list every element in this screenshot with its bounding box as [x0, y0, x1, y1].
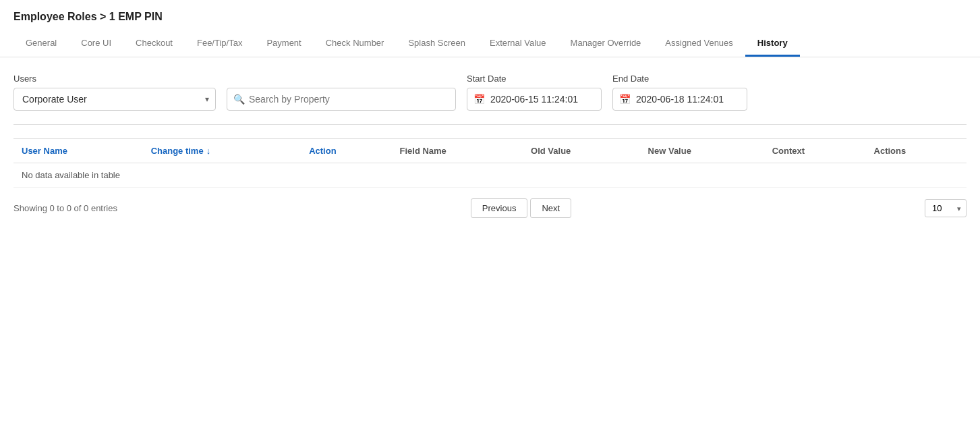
start-date-wrapper: 📅	[467, 88, 602, 111]
users-label: Users	[13, 74, 216, 84]
search-wrapper: 🔍	[227, 88, 456, 111]
previous-button[interactable]: Previous	[471, 198, 528, 218]
start-date-label: Start Date	[467, 74, 602, 84]
filter-divider	[13, 124, 967, 125]
content-area: Users Corporate UserAll Users ▾ 🔍 Start …	[0, 57, 980, 234]
end-date-calendar-icon: 📅	[619, 94, 631, 105]
tab-fee-tip-tax[interactable]: Fee/Tip/Tax	[185, 31, 254, 57]
end-date-filter-group: End Date 📅	[612, 74, 747, 111]
tab-assigned-venues[interactable]: Assigned Venues	[653, 31, 745, 57]
tab-payment[interactable]: Payment	[254, 31, 313, 57]
th-actions: Actions	[866, 139, 967, 163]
tab-splash-screen[interactable]: Splash Screen	[396, 31, 478, 57]
table-header-row: User NameChange time↓ActionField NameOld…	[13, 139, 967, 163]
end-date-label: End Date	[612, 74, 747, 84]
th-user-name[interactable]: User Name	[13, 139, 143, 163]
tab-general[interactable]: General	[13, 31, 69, 57]
table-head: User NameChange time↓ActionField NameOld…	[13, 139, 967, 163]
th-action[interactable]: Action	[301, 139, 391, 163]
tab-core-ui[interactable]: Core UI	[69, 31, 123, 57]
no-data-row: No data available in table	[13, 163, 967, 188]
history-table: User NameChange time↓ActionField NameOld…	[13, 138, 967, 188]
start-date-calendar-icon: 📅	[473, 94, 485, 105]
page-header: Employee Roles > 1 EMP PIN GeneralCore U…	[0, 0, 980, 57]
th-context: Context	[764, 139, 866, 163]
users-select[interactable]: Corporate UserAll Users	[13, 88, 216, 111]
pagination: Previous Next	[471, 198, 571, 218]
tab-checkout[interactable]: Checkout	[123, 31, 185, 57]
tab-check-number[interactable]: Check Number	[314, 31, 397, 57]
page-size-select[interactable]: 102550100	[925, 199, 967, 217]
sort-arrow-icon: ↓	[206, 146, 211, 156]
start-date-filter-group: Start Date 📅	[467, 74, 602, 111]
next-button[interactable]: Next	[530, 198, 571, 218]
th-old-value: Old Value	[523, 139, 640, 163]
no-data-cell: No data available in table	[13, 163, 967, 188]
search-icon: 🔍	[233, 94, 245, 105]
page-size-wrapper: 102550100 ▾	[925, 199, 967, 217]
end-date-wrapper: 📅	[612, 88, 747, 111]
th-field-name: Field Name	[391, 139, 523, 163]
tab-manager-override[interactable]: Manager Override	[558, 31, 654, 57]
tab-external-value[interactable]: External Value	[478, 31, 558, 57]
th-new-value: New Value	[640, 139, 764, 163]
users-filter-group: Users Corporate UserAll Users ▾	[13, 74, 216, 111]
table-footer: Showing 0 to 0 of 0 entries Previous Nex…	[13, 198, 967, 218]
users-select-wrapper: Corporate UserAll Users ▾	[13, 88, 216, 111]
table-body: No data available in table	[13, 163, 967, 188]
end-date-input[interactable]	[612, 88, 747, 111]
search-filter-group: 🔍	[227, 88, 456, 111]
filter-row: Users Corporate UserAll Users ▾ 🔍 Start …	[13, 74, 967, 111]
table-section: User NameChange time↓ActionField NameOld…	[13, 138, 967, 188]
breadcrumb: Employee Roles > 1 EMP PIN	[13, 11, 967, 23]
start-date-input[interactable]	[467, 88, 602, 111]
showing-entries-text: Showing 0 to 0 of 0 entries	[13, 203, 117, 213]
nav-tabs: GeneralCore UICheckoutFee/Tip/TaxPayment…	[13, 31, 967, 57]
th-change-time[interactable]: Change time↓	[143, 139, 301, 163]
tab-history[interactable]: History	[745, 31, 800, 57]
search-input[interactable]	[227, 88, 456, 111]
